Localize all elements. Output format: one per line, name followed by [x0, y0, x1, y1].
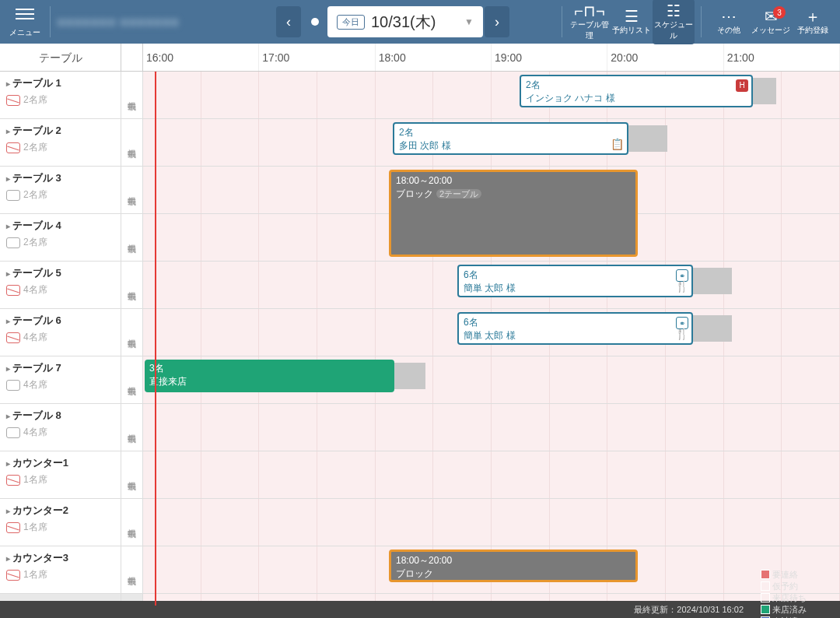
message-badge: 3 [773, 6, 786, 19]
prev-day-button[interactable]: ‹ [276, 6, 301, 37]
seat-count: 4名席 [23, 378, 47, 392]
table-cell[interactable]: カウンター11名席 [0, 451, 121, 498]
table-name: テーブル 6 [6, 314, 114, 328]
posted-status-cell: 掲載中 [121, 309, 143, 356]
hour-label: 19:00 [492, 44, 607, 71]
table-name: テーブル 7 [6, 361, 114, 375]
block-item[interactable]: 18:00～20:00ブロック2テーブル [389, 170, 638, 257]
store-name[interactable]: ●●●●●●● ●●●●●●● [57, 14, 275, 30]
posted-status-cell: 掲載中 [121, 499, 143, 546]
table-row: テーブル 12名席掲載中2名インショク ハナコ 様H [0, 72, 840, 119]
status-footer: 最終更新：2024/10/31 16:02 要連絡仮予約来店待ち来店済み会計済み… [0, 601, 840, 618]
table-cell[interactable]: テーブル 42名席 [0, 214, 121, 261]
hamburger-icon [16, 5, 34, 23]
table-cell[interactable]: テーブル 22名席 [0, 119, 121, 166]
legend-swatch [761, 593, 770, 602]
seat-count: 4名席 [23, 283, 47, 297]
reservation-item[interactable]: 6名簡単 太郎 様⚭🍴 [457, 265, 693, 297]
legend-label: 要連絡 [772, 569, 798, 581]
table-row: カウンター31名席掲載中18:00～20:00ブロック [0, 546, 840, 594]
reservation-item[interactable]: 6名簡単 太郎 様⚭🍴 [457, 312, 693, 345]
table-row: テーブル 54名席掲載中6名簡単 太郎 様⚭🍴 [0, 262, 840, 309]
block-table-count: 2テーブル [436, 189, 481, 198]
table-cell[interactable]: テーブル 64名席 [0, 309, 121, 356]
table-name: テーブル 3 [6, 171, 114, 185]
timeline-cell[interactable] [143, 451, 840, 498]
legend-item: 来店済み [761, 604, 832, 616]
date-picker[interactable]: 今日 10/31(木) ▼ [327, 6, 483, 37]
table-cell[interactable]: テーブル 84名席 [0, 404, 121, 451]
separator [701, 6, 702, 37]
today-dot-button[interactable] [303, 6, 327, 37]
legend-item: 仮予約 [761, 581, 832, 592]
legend-swatch [761, 570, 770, 579]
app-header: メニュー ●●●●●●● ●●●●●●● ‹ 今日 10/31(木) ▼ › ⌐… [0, 0, 840, 44]
table-name: テーブル 4 [6, 219, 114, 233]
booking-buffer [628, 125, 667, 152]
source-icon: H [736, 79, 748, 92]
add-reservation-button[interactable]: ＋ 予約登録 [792, 8, 834, 36]
smoking-icon [6, 380, 20, 391]
reservation-item[interactable]: 2名インショク ハナコ 様H [520, 75, 753, 107]
table-name: カウンター3 [6, 551, 114, 565]
table-cell[interactable]: テーブル 54名席 [0, 262, 121, 308]
current-time-line [155, 72, 156, 606]
table-name: カウンター2 [6, 504, 114, 518]
schedule-button[interactable]: ☷ スケジュール [653, 0, 695, 44]
hour-label: 20:00 [607, 44, 723, 71]
block-item[interactable]: 18:00～20:00ブロック [389, 550, 638, 582]
hour-label: 18:00 [376, 44, 492, 71]
schedule-body: テーブル 12名席掲載中2名インショク ハナコ 様Hテーブル 22名席掲載中2名… [0, 72, 840, 606]
menu-button[interactable]: メニュー [6, 5, 44, 38]
table-row: テーブル 32名席掲載中18:00～20:00ブロック2テーブル [0, 167, 840, 214]
seat-count: 2名席 [23, 141, 47, 154]
table-name: テーブル 5 [6, 266, 114, 280]
seat-count: 4名席 [23, 331, 47, 344]
hour-label: 16:00 [143, 44, 259, 71]
other-button[interactable]: ⋯ その他 [708, 8, 750, 36]
table-name: カウンター1 [6, 456, 114, 470]
timeline-cell[interactable] [143, 499, 840, 546]
table-management-button[interactable]: ⌐⊓¬ テーブル管理 [569, 2, 611, 41]
legend-label: 来店済み [772, 604, 807, 616]
next-day-button[interactable]: › [485, 6, 509, 37]
smoking-icon [6, 285, 20, 296]
guest-name: インショク ハナコ 様 [526, 92, 747, 105]
last-updated: 最終更新：2024/10/31 16:02 [634, 604, 744, 616]
time-header: テーブル 16:0017:0018:0019:0020:0021:00 [0, 44, 840, 72]
legend-item: 会計済み [761, 616, 832, 619]
message-button[interactable]: ✉3 メッセージ [750, 8, 792, 36]
legend-label: 仮予約 [772, 581, 798, 592]
timeline-cell[interactable] [143, 404, 840, 451]
table-cell[interactable]: テーブル 12名席 [0, 72, 121, 118]
table-cell[interactable]: カウンター31名席 [0, 546, 121, 593]
seat-count: 4名席 [23, 426, 47, 439]
reservation-item[interactable]: 2名多田 次郎 様📋 [393, 122, 628, 155]
guest-count: 3名 [149, 362, 390, 375]
smoking-icon [6, 475, 20, 486]
separator [50, 6, 51, 37]
posted-status-cell: 掲載中 [121, 356, 143, 403]
posted-status-cell: 掲載中 [121, 72, 143, 118]
note-icon: 🍴 [675, 280, 688, 293]
reservation-item[interactable]: 3名直接来店 [145, 360, 394, 392]
table-row: カウンター11名席掲載中 [0, 451, 840, 499]
table-cell[interactable]: テーブル 32名席 [0, 167, 121, 213]
guest-name: 簡単 太郎 様 [464, 282, 687, 295]
hour-label: 17:00 [259, 44, 375, 71]
table-cell[interactable]: テーブル 74名席 [0, 356, 121, 403]
block-time: 18:00～20:00 [396, 174, 631, 188]
table-name: テーブル 8 [6, 409, 114, 423]
separator [562, 6, 562, 37]
seat-count: 1名席 [23, 521, 47, 534]
reserve-list-button[interactable]: ☰ 予約リスト [611, 8, 653, 36]
posted-status-cell: 掲載中 [121, 119, 143, 166]
posted-status-cell: 掲載中 [121, 262, 143, 308]
guest-count: 2名 [526, 79, 747, 92]
booking-buffer [693, 315, 732, 342]
date-display: 10/31(木) [371, 12, 458, 33]
table-name: テーブル 1 [6, 76, 114, 90]
table-cell[interactable]: カウンター21名席 [0, 499, 121, 546]
seat-count: 1名席 [23, 473, 47, 486]
legend-swatch [761, 581, 770, 591]
